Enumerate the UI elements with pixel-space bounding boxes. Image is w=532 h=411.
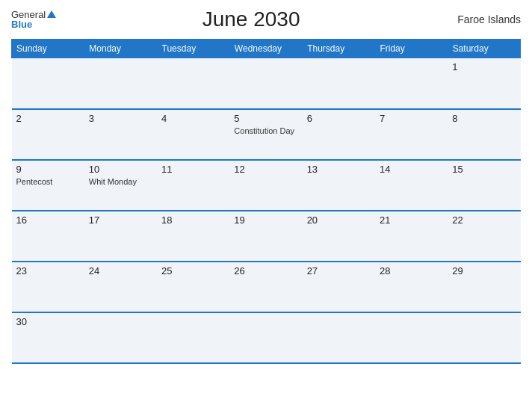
calendar-cell: 25 — [157, 262, 229, 312]
day-number: 29 — [452, 265, 516, 276]
event-label: Pentecost — [16, 177, 53, 186]
calendar-cell — [303, 312, 375, 363]
calendar-cell — [84, 58, 157, 109]
calendar-container: General Blue June 2030 Faroe Islands Sun… — [0, 0, 532, 411]
day-number: 12 — [234, 164, 297, 175]
calendar-cell: 1 — [448, 58, 520, 109]
calendar-cell: 3 — [84, 109, 157, 160]
day-number: 30 — [16, 316, 80, 327]
day-number: 20 — [307, 214, 371, 226]
calendar-cell: 21 — [375, 211, 448, 262]
weekday-header-wednesday: Wednesday — [229, 40, 302, 58]
day-number: 11 — [161, 164, 225, 175]
calendar-week-row: 1 — [12, 58, 521, 109]
calendar-cell — [157, 312, 229, 363]
day-number: 5 — [234, 113, 297, 124]
calendar-cell: 24 — [84, 262, 157, 312]
calendar-cell — [229, 58, 302, 109]
weekday-header-tuesday: Tuesday — [157, 40, 229, 58]
event-label: Whit Monday — [89, 177, 137, 186]
day-number: 7 — [380, 113, 443, 124]
calendar-week-row: 9Pentecost10Whit Monday1112131415 — [12, 160, 521, 211]
day-number: 9 — [16, 164, 80, 175]
day-number: 16 — [16, 214, 80, 226]
weekday-header-monday: Monday — [84, 40, 157, 58]
calendar-cell: 7 — [375, 109, 448, 160]
day-number: 1 — [452, 61, 516, 72]
logo-triangle-icon — [47, 10, 56, 18]
logo: General Blue — [11, 10, 56, 29]
calendar-week-row: 30 — [12, 312, 521, 363]
calendar-cell: 15 — [448, 160, 520, 211]
day-number: 15 — [452, 164, 516, 175]
day-number: 4 — [161, 113, 225, 124]
calendar-cell — [157, 58, 229, 109]
day-number: 3 — [89, 113, 152, 124]
day-number: 10 — [89, 164, 152, 175]
calendar-cell: 14 — [375, 160, 448, 211]
weekday-header-thursday: Thursday — [303, 40, 375, 58]
day-number: 26 — [234, 265, 297, 276]
calendar-cell — [375, 312, 448, 363]
calendar-week-row: 16171819202122 — [12, 211, 521, 262]
calendar-cell — [84, 312, 157, 363]
calendar-cell: 9Pentecost — [12, 160, 84, 211]
calendar-cell: 13 — [303, 160, 375, 211]
calendar-cell: 4 — [157, 109, 229, 160]
calendar-cell: 8 — [448, 109, 520, 160]
calendar-cell — [448, 312, 520, 363]
calendar-cell: 11 — [157, 160, 229, 211]
calendar-cell: 6 — [303, 109, 375, 160]
calendar-week-row: 23242526272829 — [12, 262, 521, 312]
day-number: 28 — [380, 265, 443, 276]
day-number: 23 — [16, 265, 80, 276]
calendar-cell: 20 — [303, 211, 375, 262]
calendar-cell: 23 — [12, 262, 84, 312]
calendar-header: General Blue June 2030 Faroe Islands — [11, 7, 521, 31]
weekday-header-saturday: Saturday — [448, 40, 520, 58]
day-number: 27 — [307, 265, 371, 276]
day-number: 17 — [89, 214, 152, 226]
day-number: 18 — [161, 214, 225, 226]
calendar-cell: 28 — [375, 262, 448, 312]
day-number: 14 — [380, 164, 443, 175]
day-number: 8 — [452, 113, 516, 124]
day-number: 25 — [161, 265, 225, 276]
day-number: 24 — [89, 265, 152, 276]
calendar-cell: 17 — [84, 211, 157, 262]
calendar-cell — [375, 58, 448, 109]
calendar-cell: 2 — [12, 109, 84, 160]
logo-blue-text: Blue — [11, 19, 56, 29]
calendar-cell: 18 — [157, 211, 229, 262]
event-label: Constitution Day — [234, 126, 294, 135]
calendar-cell: 30 — [12, 312, 84, 363]
calendar-cell: 22 — [448, 211, 520, 262]
calendar-cell — [303, 58, 375, 109]
weekday-header-friday: Friday — [375, 40, 448, 58]
day-number: 21 — [380, 214, 443, 226]
calendar-week-row: 2345Constitution Day678 — [12, 109, 521, 160]
weekday-header-row: SundayMondayTuesdayWednesdayThursdayFrid… — [12, 40, 521, 58]
weekday-header-sunday: Sunday — [12, 40, 84, 58]
day-number: 22 — [452, 214, 516, 226]
day-number: 19 — [234, 214, 297, 226]
calendar-cell: 26 — [229, 262, 302, 312]
calendar-cell: 19 — [229, 211, 302, 262]
day-number: 6 — [307, 113, 371, 124]
calendar-cell: 10Whit Monday — [84, 160, 157, 211]
calendar-cell: 29 — [448, 262, 520, 312]
calendar-cell — [12, 58, 84, 109]
calendar-cell: 16 — [12, 211, 84, 262]
day-number: 2 — [16, 113, 80, 124]
calendar-grid: SundayMondayTuesdayWednesdayThursdayFrid… — [11, 39, 521, 364]
calendar-cell — [229, 312, 302, 363]
calendar-title: June 2030 — [56, 7, 446, 31]
day-number: 13 — [307, 164, 371, 175]
region-label: Faroe Islands — [446, 13, 521, 25]
calendar-cell: 5Constitution Day — [229, 109, 302, 160]
calendar-cell: 12 — [229, 160, 302, 211]
calendar-cell: 27 — [303, 262, 375, 312]
